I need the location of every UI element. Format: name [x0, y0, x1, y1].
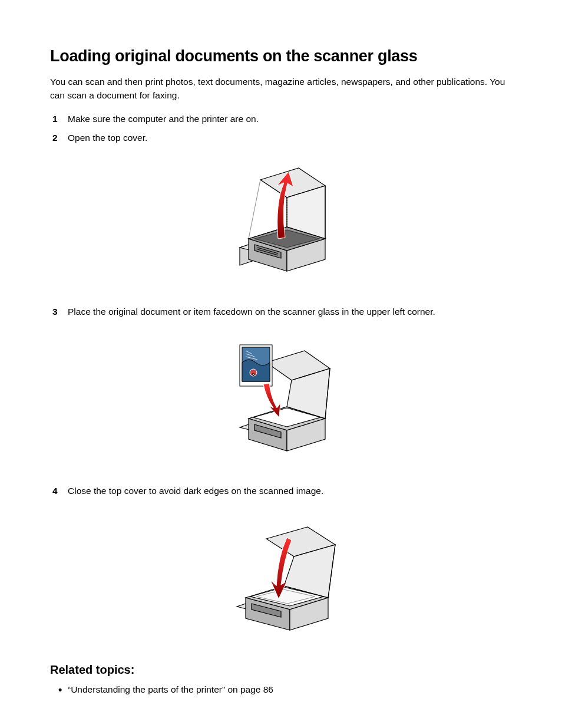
step-text: Close the top cover to avoid dark edges …	[68, 486, 323, 496]
related-topics-heading: Related topics:	[50, 663, 512, 677]
step-text: Place the original document or item face…	[68, 307, 435, 317]
figure-close-cover	[68, 509, 512, 647]
intro-paragraph: You can scan and then print photos, text…	[50, 75, 512, 103]
figure-place-document	[68, 330, 512, 470]
related-topic-item: “Understanding the parts of the printer”…	[68, 683, 512, 697]
step-item: 2 Open the top cover.	[63, 131, 512, 291]
step-number: 1	[52, 112, 58, 127]
step-item: 1 Make sure the computer and the printer…	[63, 112, 512, 127]
step-item: 4 Close the top cover to avoid dark edge…	[63, 484, 512, 647]
figure-open-cover	[68, 156, 512, 291]
step-text: Make sure the computer and the printer a…	[68, 114, 259, 124]
page-heading: Loading original documents on the scanne…	[50, 47, 512, 65]
step-number: 2	[52, 131, 58, 146]
step-number: 4	[52, 484, 58, 499]
step-text: Open the top cover.	[68, 133, 147, 143]
step-number: 3	[52, 305, 58, 319]
steps-list: 1 Make sure the computer and the printer…	[50, 112, 512, 647]
step-item: 3 Place the original document or item fa…	[63, 305, 512, 470]
related-topics-list: “Understanding the parts of the printer”…	[50, 683, 512, 697]
